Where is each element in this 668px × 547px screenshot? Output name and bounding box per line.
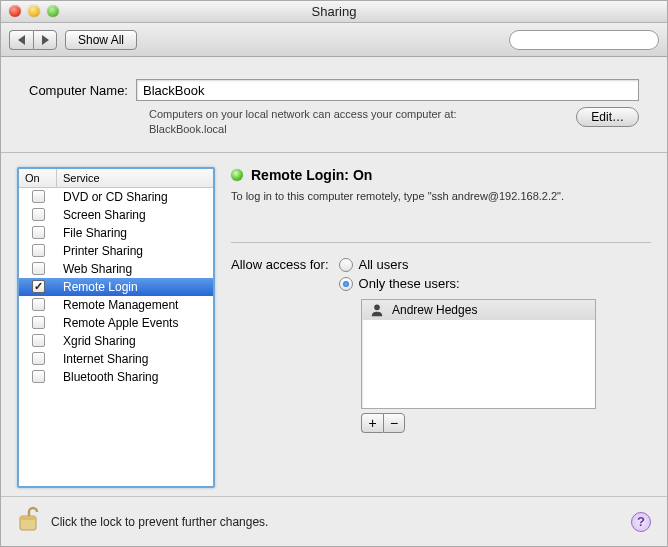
radio-all-users-button[interactable] [339,258,353,272]
service-checkbox[interactable] [32,316,45,329]
edit-hostname-button[interactable]: Edit… [576,107,639,127]
back-triangle-icon [18,35,26,45]
nav-segmented [9,30,57,50]
service-row[interactable]: Internet Sharing [19,350,213,368]
add-remove-users: + − [361,413,651,433]
show-all-button[interactable]: Show All [65,30,137,50]
service-checkbox[interactable] [32,262,45,275]
computer-name-section: Computer Name: Computers on your local n… [1,57,667,153]
service-label: Internet Sharing [57,352,148,366]
service-checkbox[interactable] [32,280,45,293]
column-on[interactable]: On [19,169,57,187]
svg-rect-4 [20,516,36,520]
service-label: Remote Login [57,280,138,294]
search-input[interactable] [520,33,668,47]
service-checkbox[interactable] [32,352,45,365]
lock-hint-text: Click the lock to prevent further change… [51,515,268,529]
service-label: Remote Management [57,298,178,312]
radio-only-users-button[interactable] [339,277,353,291]
access-label: Allow access for: [231,257,329,272]
status-description: To log in to this computer remotely, typ… [231,189,651,204]
service-detail: Remote Login: On To log in to this compu… [231,167,651,488]
service-checkbox[interactable] [32,298,45,311]
services-rows: DVD or CD SharingScreen SharingFile Shar… [19,188,213,486]
svg-point-2 [374,305,380,311]
service-checkbox[interactable] [32,190,45,203]
radio-all-users-label: All users [359,257,409,272]
sharing-window: Sharing Show All Computer Name: Computer… [0,0,668,547]
service-row[interactable]: Remote Apple Events [19,314,213,332]
help-button[interactable]: ? [631,512,651,532]
close-window-button[interactable] [9,5,21,17]
service-row[interactable]: File Sharing [19,224,213,242]
service-checkbox[interactable] [32,370,45,383]
computer-name-subtext: Computers on your local network can acce… [149,107,564,138]
window-title: Sharing [312,4,357,19]
service-checkbox[interactable] [32,244,45,257]
footer: Click the lock to prevent further change… [1,496,667,546]
toolbar: Show All [1,23,667,57]
main-content: On Service DVD or CD SharingScreen Shari… [1,153,667,496]
service-label: Remote Apple Events [57,316,178,330]
services-header: On Service [19,169,213,188]
service-label: Web Sharing [57,262,132,276]
traffic-lights [9,5,59,17]
radio-only-users[interactable]: Only these users: [339,276,460,291]
access-radio-group: All users Only these users: [339,257,460,291]
service-row[interactable]: Screen Sharing [19,206,213,224]
user-name: Andrew Hedges [392,303,477,317]
list-item[interactable]: Andrew Hedges [362,300,595,320]
search-field[interactable] [509,30,659,50]
service-row[interactable]: Remote Login [19,278,213,296]
forward-button[interactable] [33,30,57,50]
computer-name-input[interactable] [136,79,639,101]
zoom-window-button[interactable] [47,5,59,17]
column-service[interactable]: Service [57,169,213,187]
divider [231,242,651,243]
minimize-window-button[interactable] [28,5,40,17]
service-row[interactable]: Remote Management [19,296,213,314]
service-row[interactable]: Printer Sharing [19,242,213,260]
computer-name-label: Computer Name: [29,83,128,98]
user-silhouette-icon [370,303,384,317]
services-list: On Service DVD or CD SharingScreen Shari… [17,167,215,488]
service-checkbox[interactable] [32,226,45,239]
status-led-icon [231,169,243,181]
titlebar: Sharing [1,1,667,23]
status-title: Remote Login: On [251,167,372,183]
service-label: Screen Sharing [57,208,146,222]
service-row[interactable]: Bluetooth Sharing [19,368,213,386]
service-row[interactable]: Xgrid Sharing [19,332,213,350]
service-label: File Sharing [57,226,127,240]
service-label: Printer Sharing [57,244,143,258]
service-checkbox[interactable] [32,208,45,221]
radio-only-users-label: Only these users: [359,276,460,291]
add-user-button[interactable]: + [361,413,383,433]
allowed-users-list[interactable]: Andrew Hedges [361,299,596,409]
remove-user-button[interactable]: − [383,413,405,433]
radio-all-users[interactable]: All users [339,257,460,272]
lock-open-icon [17,506,41,534]
service-label: DVD or CD Sharing [57,190,168,204]
service-label: Bluetooth Sharing [57,370,158,384]
service-row[interactable]: DVD or CD Sharing [19,188,213,206]
service-checkbox[interactable] [32,334,45,347]
back-button[interactable] [9,30,33,50]
forward-triangle-icon [41,35,49,45]
lock-button[interactable] [17,506,41,537]
service-row[interactable]: Web Sharing [19,260,213,278]
service-label: Xgrid Sharing [57,334,136,348]
